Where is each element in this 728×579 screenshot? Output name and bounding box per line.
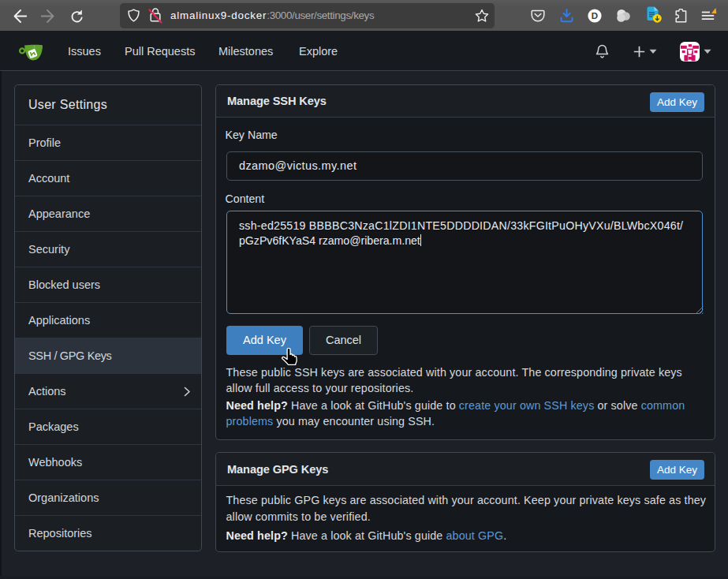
svg-text:D: D <box>592 11 598 21</box>
